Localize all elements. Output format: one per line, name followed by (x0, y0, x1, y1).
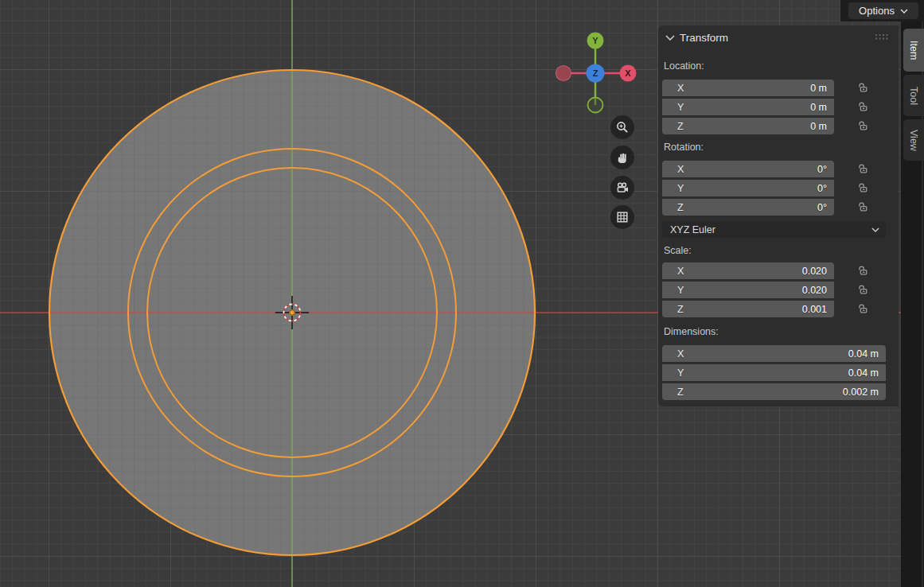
axis-label: Y (677, 367, 684, 379)
rotation-y-field[interactable]: Y 0° (662, 180, 834, 196)
blender-window: Y Z X (0, 0, 924, 587)
grid-ortho-button[interactable] (610, 205, 634, 229)
axis-label: Z (677, 304, 684, 315)
axis-label: X (677, 266, 684, 277)
field-value: 0 m (810, 83, 827, 94)
scale-y-field[interactable]: Y 0.020 (662, 282, 834, 298)
lock-open-icon[interactable] (856, 162, 869, 175)
rotation-z-field[interactable]: Z 0° (662, 199, 834, 216)
collapse-chevron-icon[interactable] (665, 34, 675, 41)
axis-label: X (677, 83, 684, 94)
field-value: 0 m (810, 102, 827, 113)
navigation-gizmo[interactable]: Y Z X (556, 29, 638, 115)
location-label: Location: (664, 60, 704, 72)
dimensions-label: Dimensions: (664, 326, 719, 337)
panel-grip-handle[interactable] (875, 34, 888, 40)
field-value: 0° (817, 202, 827, 213)
sidebar-tab-strip: Item Tool View (901, 21, 924, 587)
scale-x-field[interactable]: X 0.020 (662, 262, 834, 279)
field-value: 0° (817, 183, 827, 194)
location-z-field[interactable]: Z 0 m (662, 118, 834, 134)
options-label: Options (859, 5, 895, 17)
axis-label: Y (677, 183, 684, 194)
field-value: 0.04 m (848, 367, 879, 379)
magnifier-plus-icon (615, 120, 630, 134)
field-value: 0.020 (802, 266, 827, 277)
options-button[interactable]: Options (848, 2, 918, 19)
gizmo-axis-x-positive[interactable]: X (620, 65, 637, 82)
zoom-button[interactable] (610, 115, 634, 139)
rotation-x-field[interactable]: X 0° (662, 161, 834, 177)
lock-open-icon[interactable] (856, 119, 869, 132)
field-value: 0° (817, 164, 827, 175)
tab-tool[interactable]: Tool (903, 75, 924, 116)
field-value: 0.020 (802, 285, 827, 296)
chevron-down-icon (900, 8, 908, 14)
rotation-mode-dropdown[interactable]: XYZ Euler (662, 221, 886, 238)
axis-label: Z (677, 121, 684, 132)
axis-label: X (677, 348, 684, 360)
lock-open-icon[interactable] (856, 264, 869, 277)
axis-label: Z (677, 202, 684, 213)
lock-open-icon[interactable] (856, 81, 869, 94)
field-value: 0.002 m (843, 387, 879, 398)
lock-open-icon[interactable] (856, 181, 869, 194)
axis-label: Z (677, 387, 684, 398)
field-value: 0.001 (802, 304, 827, 315)
3d-cursor (273, 294, 311, 332)
field-value: 0 m (810, 121, 827, 132)
lock-open-icon[interactable] (856, 302, 869, 315)
gizmo-axis-x-negative[interactable] (556, 66, 571, 81)
transform-panel: Transform Location: X 0 m Y 0 m Z 0 m (658, 25, 899, 406)
rotation-mode-value: XYZ Euler (670, 224, 715, 235)
movie-camera-icon (615, 181, 630, 195)
dimensions-y-field[interactable]: Y 0.04 m (662, 364, 886, 381)
rotation-label: Rotation: (664, 142, 704, 153)
svg-text:X: X (625, 68, 631, 78)
axis-label: Y (677, 285, 684, 296)
gizmo-axis-y-negative[interactable] (588, 98, 603, 113)
transform-panel-header[interactable]: Transform (658, 25, 899, 49)
panel-title: Transform (680, 32, 728, 44)
camera-view-button[interactable] (610, 176, 634, 200)
svg-text:Z: Z (593, 68, 598, 78)
gizmo-axis-z[interactable]: Z (587, 64, 605, 83)
viewport-header-strip: Options (840, 0, 924, 21)
location-y-field[interactable]: Y 0 m (662, 99, 834, 115)
lock-open-icon[interactable] (856, 283, 869, 296)
svg-text:Y: Y (592, 36, 598, 45)
pan-button[interactable] (610, 146, 634, 169)
axis-label: X (677, 164, 684, 175)
tab-item[interactable]: Item (903, 29, 924, 72)
lock-open-icon[interactable] (856, 100, 869, 113)
field-value: 0.04 m (848, 348, 879, 360)
object-origin-dot (290, 310, 294, 315)
tab-view[interactable]: View (903, 119, 924, 161)
axis-label: Y (677, 102, 684, 113)
grid-icon (615, 210, 630, 224)
chevron-down-icon (871, 227, 879, 233)
dimensions-x-field[interactable]: X 0.04 m (662, 345, 886, 362)
hand-icon (615, 150, 630, 165)
gizmo-axis-y-positive[interactable]: Y (587, 33, 604, 49)
scale-z-field[interactable]: Z 0.001 (662, 301, 834, 317)
scale-label: Scale: (664, 245, 692, 256)
location-x-field[interactable]: X 0 m (662, 80, 834, 96)
dimensions-z-field[interactable]: Z 0.002 m (662, 383, 886, 400)
lock-open-icon[interactable] (856, 200, 869, 213)
